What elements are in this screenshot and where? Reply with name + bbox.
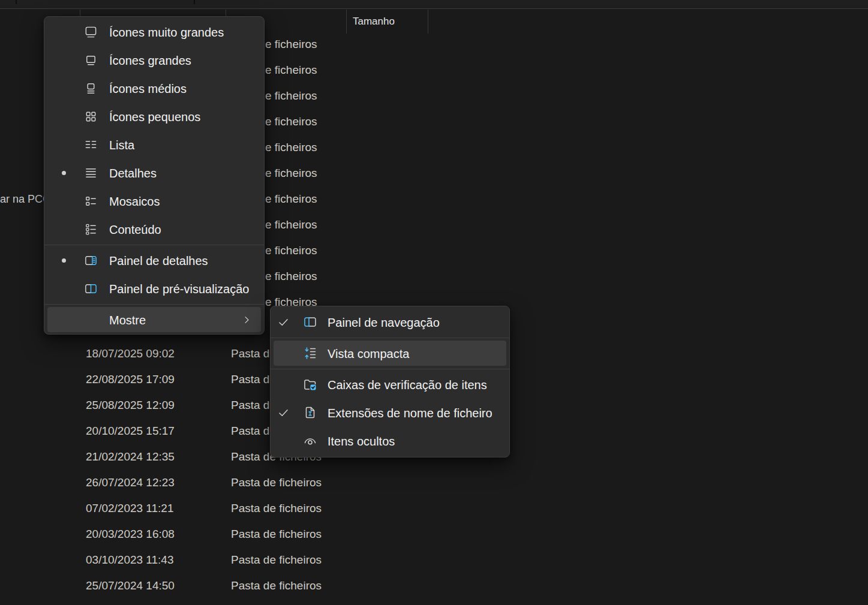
file-type-fragment: e ficheiros bbox=[265, 109, 317, 134]
menu-separator bbox=[44, 304, 264, 305]
menu-item-extra-large-icons[interactable]: Ícones muito grandes bbox=[44, 18, 264, 46]
date-modified-cell: 03/10/2023 11:43 bbox=[86, 547, 174, 573]
file-row[interactable]: 26/07/2024 12:23Pasta de ficheiros bbox=[0, 469, 868, 495]
content-view-icon bbox=[84, 222, 98, 236]
file-explorer-screen: Tamanho ar na PCG e ficheirose ficheiros… bbox=[0, 0, 868, 605]
menu-item-label: Ícones grandes bbox=[109, 53, 191, 67]
show-submenu: Painel de navegação Vista compacta Caixa… bbox=[270, 306, 510, 457]
menu-item-label: Ícones muito grandes bbox=[109, 25, 224, 39]
toolbar-separator bbox=[194, 0, 195, 4]
file-type-cell: Pasta de ficheiros bbox=[231, 521, 322, 547]
date-modified-cell: 25/08/2025 12:09 bbox=[86, 392, 175, 418]
extra-large-icons-icon bbox=[84, 25, 98, 39]
column-separator[interactable] bbox=[346, 10, 347, 34]
file-type-cell: Pasta de ficheiros bbox=[231, 573, 322, 598]
file-type-fragment: e ficheiros bbox=[265, 160, 317, 186]
submenu-item-label: Painel de navegação bbox=[328, 315, 440, 329]
file-type-fragment: e ficheiros bbox=[265, 31, 317, 57]
date-modified-cell: 25/07/2024 14:50 bbox=[86, 573, 175, 598]
small-icons-icon bbox=[84, 110, 98, 124]
menu-item-label: Painel de pré-visualização bbox=[109, 282, 249, 296]
menu-item-large-icons[interactable]: Ícones grandes bbox=[44, 46, 264, 74]
hidden-items-icon bbox=[303, 434, 317, 448]
menu-item-content[interactable]: Conteúdo bbox=[44, 215, 264, 243]
file-type-fragment: e ficheiros bbox=[265, 134, 317, 160]
chevron-right-icon bbox=[242, 315, 252, 325]
menu-separator bbox=[271, 369, 509, 369]
menu-item-medium-icons[interactable]: Ícones médios bbox=[44, 74, 264, 103]
file-type-cell: Pasta de ficheiros bbox=[231, 469, 322, 495]
file-extensions-icon bbox=[303, 405, 317, 420]
medium-icons-icon bbox=[84, 82, 98, 95]
tiles-view-icon bbox=[84, 194, 98, 208]
menu-item-details[interactable]: Detalhes bbox=[44, 159, 264, 187]
date-modified-cell: 20/03/2023 16:08 bbox=[86, 521, 175, 547]
details-pane-icon bbox=[84, 254, 98, 267]
file-row[interactable]: 25/07/2024 14:50Pasta de ficheiros bbox=[0, 573, 868, 598]
header-divider bbox=[0, 8, 868, 9]
file-type-fragment: e ficheiros bbox=[265, 237, 317, 263]
date-modified-cell: 20/10/2025 15:17 bbox=[86, 418, 175, 444]
menu-item-label: Mosaicos bbox=[109, 194, 160, 208]
submenu-item-navigation-pane[interactable]: Painel de navegação bbox=[271, 308, 509, 336]
list-view-icon bbox=[84, 138, 98, 152]
toolbar-strip bbox=[0, 0, 868, 8]
file-type-cell: Pasta de ficheiros bbox=[231, 547, 322, 573]
menu-item-label: Painel de detalhes bbox=[109, 254, 208, 267]
preview-pane-icon bbox=[84, 282, 98, 296]
hover-highlight bbox=[47, 307, 261, 332]
menu-item-details-pane[interactable]: Painel de detalhes bbox=[44, 246, 264, 275]
menu-item-tiles[interactable]: Mosaicos bbox=[44, 187, 264, 215]
date-modified-cell: 26/07/2024 12:23 bbox=[86, 469, 175, 495]
date-modified-cell: 07/02/2023 11:21 bbox=[86, 495, 174, 521]
file-row[interactable]: 07/02/2023 11:21Pasta de ficheiros bbox=[0, 495, 868, 521]
submenu-item-file-extensions[interactable]: Extensões de nome de ficheiro bbox=[271, 399, 509, 427]
compact-view-icon bbox=[303, 346, 317, 360]
submenu-item-label: Vista compacta bbox=[328, 347, 409, 360]
date-modified-cell: 21/02/2024 12:35 bbox=[86, 444, 175, 469]
file-type-fragment: e ficheiros bbox=[265, 57, 317, 83]
toolbar-separator bbox=[16, 0, 17, 4]
file-type-fragment: e ficheiros bbox=[265, 83, 317, 109]
selected-radio-dot bbox=[62, 258, 66, 263]
submenu-item-compact-view[interactable]: Vista compacta bbox=[271, 339, 509, 368]
file-row[interactable]: 20/03/2023 16:08Pasta de ficheiros bbox=[0, 521, 868, 547]
checkmark-icon bbox=[277, 316, 290, 329]
view-context-menu: Ícones muito grandes Ícones grandes Ícon… bbox=[44, 16, 265, 335]
column-separator[interactable] bbox=[428, 10, 428, 34]
menu-item-show[interactable]: Mostre bbox=[44, 306, 264, 334]
menu-item-label: Detalhes bbox=[109, 166, 157, 180]
file-type-fragment: e ficheiros bbox=[265, 186, 317, 212]
submenu-item-item-checkboxes[interactable]: Caixas de verificação de itens bbox=[271, 371, 509, 399]
menu-item-preview-pane[interactable]: Painel de pré-visualização bbox=[44, 275, 264, 303]
item-checkboxes-icon bbox=[303, 377, 317, 392]
date-modified-cell: 22/08/2025 17:09 bbox=[86, 366, 175, 392]
menu-item-label: Conteúdo bbox=[109, 222, 161, 236]
menu-item-label: Ícones pequenos bbox=[109, 110, 200, 124]
submenu-item-label: Caixas de verificação de itens bbox=[328, 378, 487, 392]
submenu-item-label: Itens ocultos bbox=[328, 434, 395, 448]
menu-item-label: Mostre bbox=[109, 313, 146, 327]
file-type-fragment: e ficheiros bbox=[265, 263, 317, 289]
selected-radio-dot bbox=[62, 171, 66, 175]
menu-item-label: Ícones médios bbox=[109, 82, 187, 95]
menu-item-label: Lista bbox=[109, 138, 134, 152]
file-type-cell: Pasta de ficheiros bbox=[231, 495, 322, 521]
file-type-fragment: e ficheiros bbox=[265, 212, 317, 237]
checkmark-icon bbox=[277, 407, 290, 419]
menu-separator bbox=[271, 338, 509, 338]
large-icons-icon bbox=[84, 53, 98, 67]
menu-separator bbox=[44, 245, 264, 245]
menu-item-small-icons[interactable]: Ícones pequenos bbox=[44, 103, 264, 131]
file-row[interactable]: 03/10/2023 11:43Pasta de ficheiros bbox=[0, 547, 868, 573]
navigation-pane-icon bbox=[303, 315, 317, 329]
submenu-item-hidden-items[interactable]: Itens ocultos bbox=[271, 427, 509, 455]
menu-item-list[interactable]: Lista bbox=[44, 131, 264, 159]
details-view-icon bbox=[84, 166, 98, 180]
date-modified-cell: 18/07/2025 09:02 bbox=[86, 341, 175, 366]
submenu-item-label: Extensões de nome de ficheiro bbox=[328, 406, 492, 420]
